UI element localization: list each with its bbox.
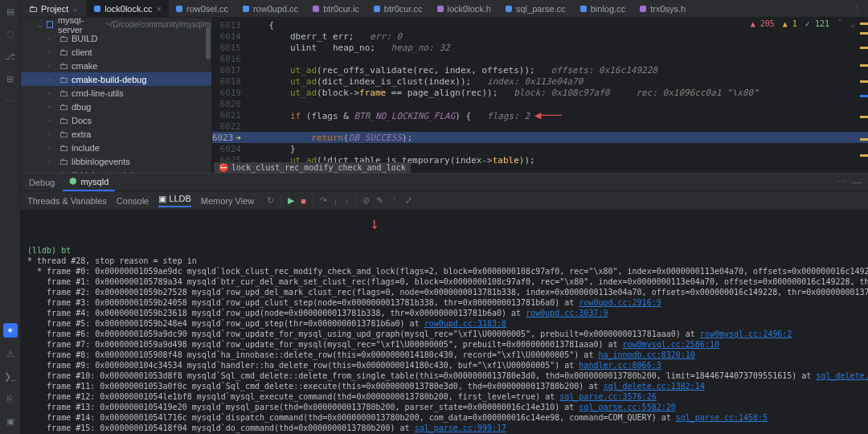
- gutter[interactable]: 6021: [212, 110, 248, 121]
- gutter[interactable]: 6019: [212, 88, 248, 98]
- source-link[interactable]: row0upd.cc:2916:9: [579, 298, 661, 307]
- editor-tab[interactable]: row0sel.cc: [169, 0, 235, 18]
- terminal-icon[interactable]: ❯_: [4, 370, 17, 383]
- editor-tab[interactable]: btr0cur.ic: [305, 0, 366, 18]
- source-link[interactable]: sql_delete.cc:468:35: [816, 371, 868, 380]
- view-console[interactable]: Console: [117, 196, 149, 206]
- gutter[interactable]: 6024: [212, 144, 248, 154]
- tree-folder[interactable]: ›🗀include: [21, 141, 211, 154]
- editor-tab[interactable]: lock0lock.cc×: [87, 0, 169, 18]
- box-icon[interactable]: ▣: [4, 415, 17, 428]
- gutter[interactable]: 6017: [212, 65, 248, 76]
- gutter[interactable]: 6014: [212, 31, 248, 42]
- code-line[interactable]: 6023➔ return(DB_SUCCESS);: [212, 132, 868, 143]
- gutter[interactable]: 6013: [212, 20, 248, 31]
- project-icon[interactable]: ▤: [4, 5, 17, 18]
- source-link[interactable]: sql_parse.cc:999:17: [415, 424, 506, 432]
- more-tool-icon[interactable]: ⋯: [4, 95, 17, 108]
- step-out-icon[interactable]: ↑: [344, 196, 349, 206]
- source-link[interactable]: row0mysql.cc:2586:10: [623, 340, 719, 349]
- editor-inspection-status[interactable]: ▲ 205 ▲ 1 ✓ 121 ˆ ⌄: [751, 19, 855, 28]
- code-line[interactable]: 6020: [212, 98, 868, 109]
- view-lldb[interactable]: ▣ LLDB: [158, 194, 191, 207]
- tree-folder[interactable]: ›🗀libbinlogevents: [21, 154, 211, 168]
- code-line[interactable]: 6017 ut_ad(rec_offs_validate(rec, index,…: [212, 64, 868, 76]
- close-icon[interactable]: ×: [157, 4, 162, 14]
- code-line[interactable]: 6024 }: [212, 143, 868, 154]
- code-line[interactable]: 6014 dberr_t err; err: 0: [212, 31, 868, 42]
- tree-folder[interactable]: ›🗀dbug: [21, 100, 211, 113]
- code-line[interactable]: 6022: [212, 121, 868, 132]
- gutter[interactable]: 6023➔: [212, 133, 248, 143]
- tree-folder[interactable]: ›🗀Docs: [21, 113, 211, 127]
- editor-tab[interactable]: binlog.cc: [573, 0, 633, 18]
- stop-icon[interactable]: ■: [301, 196, 306, 206]
- branches-icon[interactable]: ⎇: [4, 50, 17, 63]
- project-dropdown[interactable]: 🗀 Project ⌄: [21, 3, 87, 14]
- folder-icon: 🗀: [59, 88, 68, 98]
- function-banner[interactable]: ⛔ lock_clust_rec_modify_check_and_lock: [214, 162, 411, 173]
- source-link[interactable]: sql_parse.cc:3576:26: [559, 392, 656, 401]
- source-link[interactable]: handler.cc:8066:3: [579, 361, 661, 370]
- source-link[interactable]: row0mysql.cc:2496:2: [700, 330, 792, 338]
- lldb-console[interactable]: ➘ (lldb) bt* thread #28, stop reason = s…: [21, 211, 868, 434]
- gutter[interactable]: 6020: [212, 99, 248, 109]
- editor-tab[interactable]: btr0cur.cc: [366, 0, 430, 18]
- warnings-icon[interactable]: ⚠: [4, 347, 17, 360]
- editor-tab[interactable]: lock0lock.h: [430, 0, 498, 18]
- tree-folder[interactable]: ›🗀cmd-line-utils: [21, 86, 211, 100]
- tree-folder[interactable]: ›🗀libbinlogstandalone: [21, 168, 211, 173]
- tab-label: row0sel.cc: [186, 4, 228, 14]
- code-line[interactable]: 6016: [212, 53, 868, 64]
- restart-icon[interactable]: ↻: [267, 195, 274, 206]
- editor-tab[interactable]: row0upd.cc: [235, 0, 305, 18]
- gutter[interactable]: 6016: [212, 54, 248, 64]
- gutter[interactable]: 6018: [212, 76, 248, 87]
- tree-folder[interactable]: ›🗀cmake-build-debug: [21, 72, 211, 86]
- git-icon[interactable]: ⎘: [4, 392, 17, 405]
- code-editor[interactable]: ▲ 205 ▲ 1 ✓ 121 ˆ ⌄ 6013: [212, 18, 868, 173]
- hide-icon[interactable]: —: [853, 177, 862, 187]
- pencil-icon[interactable]: ✎: [376, 195, 383, 206]
- minimize-icon[interactable]: ⋯: [837, 177, 846, 187]
- step-over-icon[interactable]: ↷: [320, 195, 327, 206]
- chevron-up-icon[interactable]: ˆ: [837, 19, 842, 28]
- tree-folder[interactable]: ›🗀client: [21, 45, 211, 59]
- tree-scrollbar[interactable]: [206, 18, 211, 173]
- view-threads[interactable]: Threads & Variables: [27, 196, 107, 206]
- debug-toolbar: Threads & Variables Console ▣ LLDB Memor…: [21, 191, 868, 211]
- tree-folder[interactable]: ›🗀extra: [21, 127, 211, 141]
- structure-icon[interactable]: ⊞: [4, 72, 17, 85]
- evaluate-icon[interactable]: ⊘: [362, 195, 370, 206]
- function-banner-label: lock_clust_rec_modify_check_and_lock: [231, 163, 406, 172]
- code-line[interactable]: 6019 ut_ad(block->frame == page_align(re…: [212, 87, 868, 98]
- tabs-overflow-icon[interactable]: ⋮: [846, 3, 868, 14]
- code-line[interactable]: 6021 if (flags & BTR_NO_LOCKING_FLAG) { …: [212, 109, 868, 121]
- source-link[interactable]: row0upd.cc:3037:9: [526, 309, 608, 317]
- commit-icon[interactable]: ◌: [4, 27, 17, 40]
- more-actions-icon[interactable]: ⋮: [390, 195, 399, 206]
- tree-folder[interactable]: ›🗀cmake: [21, 59, 211, 72]
- gutter[interactable]: 6022: [212, 121, 248, 132]
- debug-session-tab[interactable]: ⬢ mysqld: [63, 174, 115, 191]
- view-memory[interactable]: Memory View: [201, 196, 254, 206]
- code-line[interactable]: 6015 ulint heap_no; heap_no: 32: [212, 42, 868, 53]
- resume-icon[interactable]: ▶: [288, 195, 294, 206]
- source-link[interactable]: row0upd.cc:3183:8: [424, 319, 506, 328]
- editor-tab[interactable]: sql_parse.cc: [498, 0, 573, 18]
- source-link[interactable]: ha_innodb.cc:8320:10: [598, 350, 694, 359]
- gutter[interactable]: 6015: [212, 43, 248, 53]
- ai-icon[interactable]: ✶: [3, 323, 18, 338]
- tree-root[interactable]: ⌄ mysql-server ~/D/code/community/mysql/…: [21, 18, 211, 31]
- editor-tab[interactable]: trx0sys.h: [633, 0, 693, 18]
- step-into-icon[interactable]: ↓: [334, 196, 338, 206]
- editor-minimap[interactable]: [860, 18, 868, 173]
- tree-folder[interactable]: ›🗀BUILD: [21, 31, 211, 45]
- expand-icon[interactable]: ⤢: [405, 195, 412, 206]
- source-link[interactable]: sql_delete.cc:1382:14: [603, 382, 704, 391]
- source-link[interactable]: sql_parse.cc:1458:5: [676, 413, 768, 422]
- console-line: frame #8: 0x0000000105908f48 mysqld`ha_i…: [27, 350, 862, 360]
- source-link[interactable]: sql_parse.cc:5582:20: [579, 403, 675, 411]
- code-line[interactable]: 6018 ut_ad(dict_index_is_clust(index)); …: [212, 76, 868, 87]
- chevron-down-icon[interactable]: ⌄: [850, 19, 855, 28]
